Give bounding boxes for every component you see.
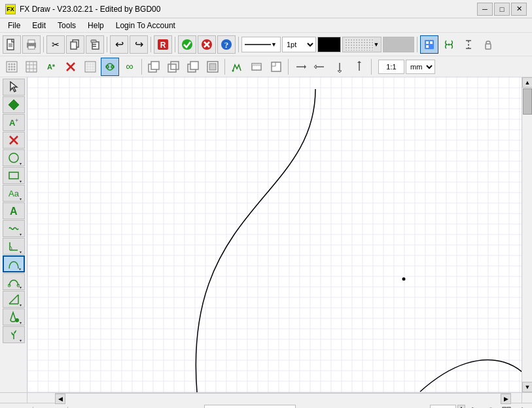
- select-tool[interactable]: [3, 79, 25, 96]
- scroll-down-arrow[interactable]: ▼: [522, 382, 532, 392]
- toolbar-separator: [43, 37, 44, 52]
- overlap2-btn[interactable]: [164, 58, 183, 76]
- bottom-scrollbar-row: ◀ ▶: [0, 392, 532, 403]
- svg-rect-62: [151, 62, 159, 69]
- redo-btn[interactable]: ↪: [130, 35, 148, 54]
- plant-tool[interactable]: ▾: [3, 326, 25, 343]
- flag-icon[interactable]: [468, 404, 482, 409]
- maximize-button[interactable]: □: [494, 3, 510, 16]
- menu-item-login-to-account[interactable]: Login To Account: [111, 20, 181, 31]
- scroll-track[interactable]: [522, 88, 532, 382]
- rect-tool[interactable]: ▾: [3, 167, 25, 184]
- snap-text-btn[interactable]: A*: [42, 58, 60, 76]
- frame2-btn[interactable]: [267, 58, 285, 76]
- paint-btn[interactable]: [228, 58, 246, 76]
- scale-input[interactable]: [378, 60, 404, 74]
- scissors-btn[interactable]: [440, 35, 458, 54]
- history-icon[interactable]: [484, 404, 498, 409]
- curve-tool[interactable]: ▾: [3, 255, 25, 272]
- fill-bucket-tool[interactable]: ▾: [3, 308, 25, 325]
- vertical-scrollbar[interactable]: ▲ ▼: [522, 77, 532, 392]
- menu-item-file[interactable]: File: [3, 20, 26, 31]
- toolbar-secondary: A*∞mmcminpt: [0, 56, 532, 77]
- line-weight-select[interactable]: 0.5pt1pt1.5pt2pt3pt: [282, 37, 316, 52]
- undo-btn[interactable]: ↩: [110, 35, 128, 54]
- svg-marker-76: [314, 65, 316, 69]
- grid-lines-btn[interactable]: [22, 58, 41, 76]
- frame1-btn[interactable]: [247, 58, 266, 76]
- drawing-canvas[interactable]: [27, 77, 522, 392]
- bezier-tool-arrow: ▾: [20, 285, 24, 289]
- menu-item-edit[interactable]: Edit: [27, 20, 51, 31]
- measure-tool[interactable]: ▾: [3, 291, 25, 308]
- cut-btn[interactable]: ✂: [46, 35, 65, 54]
- toolbar-separator: [371, 59, 372, 75]
- canvas-area[interactable]: [27, 77, 522, 392]
- menu-item-tools[interactable]: Tools: [52, 20, 81, 31]
- overlap4-btn[interactable]: [204, 58, 222, 76]
- zoom-up-arrow[interactable]: ▲: [457, 405, 465, 409]
- paste-btn[interactable]: [86, 35, 104, 54]
- toolbar-separator: [417, 37, 417, 52]
- scroll-corner-right: [522, 393, 532, 403]
- app-logo: FX: [5, 4, 16, 14]
- minimize-button[interactable]: ─: [477, 3, 493, 16]
- circle-tool[interactable]: ▾: [3, 149, 25, 166]
- toolbar-separator: [238, 37, 239, 52]
- cross-btn[interactable]: [459, 35, 478, 54]
- help-input[interactable]: [204, 405, 296, 409]
- redraw-btn[interactable]: R: [154, 35, 172, 54]
- svg-point-87: [9, 153, 18, 162]
- grid-dots-btn[interactable]: [3, 58, 21, 76]
- arrow-left-btn[interactable]: [311, 58, 329, 76]
- blue-panel-btn[interactable]: [420, 35, 438, 54]
- fine-grid-btn[interactable]: [81, 58, 99, 76]
- x-cross-tool[interactable]: [3, 132, 25, 149]
- angle-tool[interactable]: ▾: [3, 238, 25, 255]
- pattern-selector[interactable]: ▼: [342, 37, 381, 52]
- x-mark-btn[interactable]: [62, 58, 80, 76]
- bezier-tool[interactable]: ▾: [3, 273, 25, 290]
- loop-btn[interactable]: ∞: [120, 58, 139, 76]
- overlap3-btn[interactable]: [184, 58, 202, 76]
- fill-selector[interactable]: [383, 37, 414, 52]
- confirm-btn[interactable]: [178, 35, 196, 54]
- color-picker[interactable]: [317, 37, 341, 52]
- scale-unit-select[interactable]: mmcminpt: [406, 60, 435, 74]
- svg-rect-33: [486, 44, 491, 49]
- svg-point-41: [9, 68, 10, 70]
- node-tool[interactable]: [3, 96, 25, 113]
- scroll-up-arrow[interactable]: ▲: [522, 77, 532, 88]
- scroll-thumb[interactable]: [523, 88, 532, 115]
- menu-item-help[interactable]: Help: [82, 20, 109, 31]
- arrow-down-btn[interactable]: [330, 58, 349, 76]
- scroll-right-arrow[interactable]: ▶: [501, 394, 511, 404]
- new-file-btn[interactable]: [3, 35, 21, 54]
- link-btn[interactable]: [101, 58, 119, 76]
- line-style-selector[interactable]: ▼: [241, 37, 281, 52]
- measure-tool-arrow: ▾: [20, 303, 24, 306]
- lock-btn[interactable]: [479, 35, 497, 54]
- arrow-up-btn[interactable]: [350, 58, 368, 76]
- svg-marker-78: [338, 71, 342, 73]
- copy-btn[interactable]: [66, 35, 84, 54]
- arrow-right-btn[interactable]: [291, 58, 310, 76]
- svg-rect-11: [92, 44, 96, 45]
- share-icon[interactable]: [499, 404, 514, 409]
- freehand-tool[interactable]: ▾: [3, 220, 25, 237]
- cancel-btn[interactable]: [198, 35, 216, 54]
- svg-rect-88: [9, 172, 18, 179]
- close-button[interactable]: ✕: [511, 3, 527, 16]
- overlap1-btn[interactable]: [145, 58, 163, 76]
- hscroll-track[interactable]: [65, 394, 501, 403]
- horizontal-scrollbar[interactable]: ◀ ▶: [55, 393, 511, 403]
- zoom-input[interactable]: 100%: [430, 405, 456, 409]
- snap-tool[interactable]: A+: [3, 114, 25, 131]
- settings-icon[interactable]: [515, 404, 529, 409]
- text-a-tool[interactable]: A: [3, 202, 25, 219]
- svg-rect-9: [92, 42, 99, 49]
- text-aa-tool[interactable]: Aa▾: [3, 185, 25, 202]
- help-btn[interactable]: ?: [217, 35, 236, 54]
- scroll-left-arrow[interactable]: ◀: [55, 394, 65, 404]
- print-btn[interactable]: [22, 35, 41, 54]
